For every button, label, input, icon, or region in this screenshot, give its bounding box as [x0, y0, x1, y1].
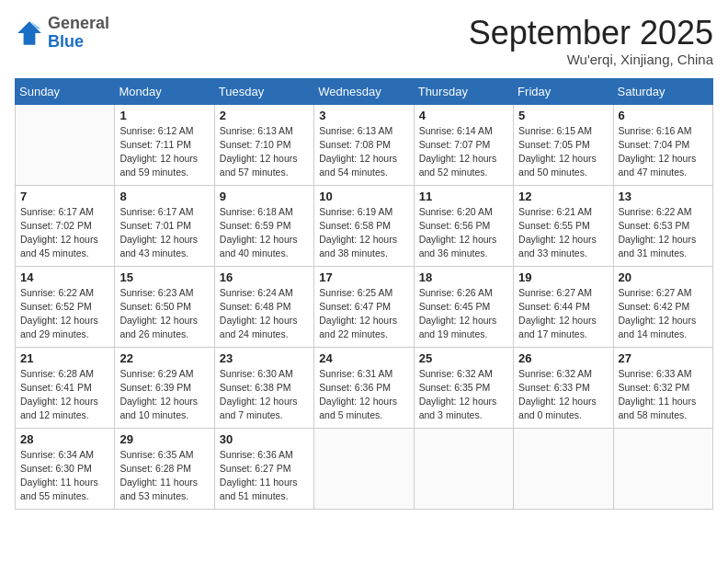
day-info: Sunrise: 6:21 AM Sunset: 6:55 PM Dayligh… [518, 205, 608, 261]
day-info: Sunrise: 6:36 AM Sunset: 6:27 PM Dayligh… [220, 448, 309, 504]
day-number: 9 [220, 190, 309, 203]
day-of-week-header: Wednesday [314, 78, 414, 104]
day-number: 18 [419, 270, 508, 284]
day-number: 21 [20, 351, 109, 365]
calendar-cell [16, 104, 115, 185]
day-number: 13 [619, 190, 708, 203]
day-number: 15 [119, 270, 209, 284]
calendar-cell: 22Sunrise: 6:29 AM Sunset: 6:39 PM Dayli… [115, 347, 214, 428]
day-number: 7 [20, 190, 109, 203]
day-info: Sunrise: 6:20 AM Sunset: 6:56 PM Dayligh… [419, 205, 508, 261]
calendar-cell: 8Sunrise: 6:17 AM Sunset: 7:01 PM Daylig… [115, 185, 214, 266]
calendar-week-row: 28Sunrise: 6:34 AM Sunset: 6:30 PM Dayli… [16, 428, 713, 509]
day-info: Sunrise: 6:27 AM Sunset: 6:44 PM Dayligh… [518, 286, 608, 342]
day-number: 8 [119, 190, 209, 203]
day-info: Sunrise: 6:22 AM Sunset: 6:52 PM Dayligh… [20, 286, 109, 342]
logo-blue: Blue [48, 32, 84, 51]
title-block: September 2025 Wu'erqi, Xinjiang, China [469, 15, 713, 67]
calendar-cell: 10Sunrise: 6:19 AM Sunset: 6:58 PM Dayli… [314, 185, 414, 266]
logo-icon [15, 18, 44, 48]
calendar-cell: 3Sunrise: 6:13 AM Sunset: 7:08 PM Daylig… [314, 104, 414, 185]
day-number: 10 [319, 190, 408, 203]
calendar-cell: 21Sunrise: 6:28 AM Sunset: 6:41 PM Dayli… [16, 347, 115, 428]
page-header: General Blue September 2025 Wu'erqi, Xin… [15, 15, 713, 67]
day-info: Sunrise: 6:14 AM Sunset: 7:07 PM Dayligh… [419, 124, 508, 180]
day-info: Sunrise: 6:23 AM Sunset: 6:50 PM Dayligh… [119, 286, 209, 342]
day-info: Sunrise: 6:25 AM Sunset: 6:47 PM Dayligh… [319, 286, 408, 342]
calendar-cell: 26Sunrise: 6:32 AM Sunset: 6:33 PM Dayli… [514, 347, 613, 428]
day-number: 5 [518, 109, 608, 122]
day-number: 6 [619, 109, 708, 122]
calendar-cell [314, 428, 414, 509]
calendar-cell: 20Sunrise: 6:27 AM Sunset: 6:42 PM Dayli… [613, 266, 712, 347]
day-number: 3 [319, 109, 408, 122]
day-of-week-header: Saturday [613, 78, 712, 104]
day-info: Sunrise: 6:34 AM Sunset: 6:30 PM Dayligh… [20, 448, 109, 504]
day-info: Sunrise: 6:16 AM Sunset: 7:04 PM Dayligh… [619, 124, 708, 180]
day-info: Sunrise: 6:17 AM Sunset: 7:01 PM Dayligh… [119, 205, 209, 261]
day-number: 17 [319, 270, 408, 284]
svg-marker-0 [17, 21, 41, 45]
calendar-week-row: 7Sunrise: 6:17 AM Sunset: 7:02 PM Daylig… [16, 185, 713, 266]
month-title: September 2025 [469, 15, 713, 52]
day-number: 24 [319, 351, 408, 365]
day-number: 14 [20, 270, 109, 284]
day-info: Sunrise: 6:35 AM Sunset: 6:28 PM Dayligh… [119, 448, 209, 504]
calendar-cell: 17Sunrise: 6:25 AM Sunset: 6:47 PM Dayli… [314, 266, 414, 347]
calendar-week-row: 14Sunrise: 6:22 AM Sunset: 6:52 PM Dayli… [16, 266, 713, 347]
day-info: Sunrise: 6:22 AM Sunset: 6:53 PM Dayligh… [619, 205, 708, 261]
day-of-week-header: Thursday [414, 78, 513, 104]
day-of-week-header: Tuesday [214, 78, 313, 104]
calendar-cell: 23Sunrise: 6:30 AM Sunset: 6:38 PM Dayli… [214, 347, 313, 428]
logo-text: General Blue [48, 15, 109, 52]
calendar-cell: 19Sunrise: 6:27 AM Sunset: 6:44 PM Dayli… [514, 266, 613, 347]
day-of-week-header: Friday [514, 78, 613, 104]
day-number: 12 [518, 190, 608, 203]
day-number: 23 [220, 351, 309, 365]
location: Wu'erqi, Xinjiang, China [469, 52, 713, 67]
day-number: 28 [20, 432, 109, 446]
day-info: Sunrise: 6:19 AM Sunset: 6:58 PM Dayligh… [319, 205, 408, 261]
day-of-week-header: Sunday [16, 78, 115, 104]
day-info: Sunrise: 6:24 AM Sunset: 6:48 PM Dayligh… [220, 286, 309, 342]
calendar-cell: 4Sunrise: 6:14 AM Sunset: 7:07 PM Daylig… [414, 104, 513, 185]
calendar-cell: 2Sunrise: 6:13 AM Sunset: 7:10 PM Daylig… [214, 104, 313, 185]
day-number: 25 [419, 351, 508, 365]
calendar-cell [514, 428, 613, 509]
calendar-cell: 24Sunrise: 6:31 AM Sunset: 6:36 PM Dayli… [314, 347, 414, 428]
calendar-cell: 1Sunrise: 6:12 AM Sunset: 7:11 PM Daylig… [115, 104, 214, 185]
day-info: Sunrise: 6:31 AM Sunset: 6:36 PM Dayligh… [319, 367, 408, 423]
day-number: 20 [619, 270, 708, 284]
calendar-week-row: 21Sunrise: 6:28 AM Sunset: 6:41 PM Dayli… [16, 347, 713, 428]
day-info: Sunrise: 6:32 AM Sunset: 6:35 PM Dayligh… [419, 367, 508, 423]
calendar-cell: 27Sunrise: 6:33 AM Sunset: 6:32 PM Dayli… [613, 347, 712, 428]
calendar-cell: 30Sunrise: 6:36 AM Sunset: 6:27 PM Dayli… [214, 428, 313, 509]
calendar-cell: 5Sunrise: 6:15 AM Sunset: 7:05 PM Daylig… [514, 104, 613, 185]
calendar-cell [414, 428, 513, 509]
day-number: 1 [119, 109, 209, 122]
calendar-week-row: 1Sunrise: 6:12 AM Sunset: 7:11 PM Daylig… [16, 104, 713, 185]
calendar-cell: 9Sunrise: 6:18 AM Sunset: 6:59 PM Daylig… [214, 185, 313, 266]
calendar-cell: 15Sunrise: 6:23 AM Sunset: 6:50 PM Dayli… [115, 266, 214, 347]
logo-general: General [48, 14, 109, 32]
day-info: Sunrise: 6:28 AM Sunset: 6:41 PM Dayligh… [20, 367, 109, 423]
day-number: 22 [119, 351, 209, 365]
day-info: Sunrise: 6:13 AM Sunset: 7:08 PM Dayligh… [319, 124, 408, 180]
day-info: Sunrise: 6:29 AM Sunset: 6:39 PM Dayligh… [119, 367, 209, 423]
calendar-cell [613, 428, 712, 509]
day-info: Sunrise: 6:18 AM Sunset: 6:59 PM Dayligh… [220, 205, 309, 261]
day-info: Sunrise: 6:17 AM Sunset: 7:02 PM Dayligh… [20, 205, 109, 261]
day-info: Sunrise: 6:15 AM Sunset: 7:05 PM Dayligh… [518, 124, 608, 180]
day-info: Sunrise: 6:13 AM Sunset: 7:10 PM Dayligh… [220, 124, 309, 180]
day-number: 27 [619, 351, 708, 365]
day-info: Sunrise: 6:30 AM Sunset: 6:38 PM Dayligh… [220, 367, 309, 423]
day-number: 16 [220, 270, 309, 284]
logo: General Blue [15, 15, 109, 52]
day-info: Sunrise: 6:12 AM Sunset: 7:11 PM Dayligh… [119, 124, 209, 180]
calendar-cell: 14Sunrise: 6:22 AM Sunset: 6:52 PM Dayli… [16, 266, 115, 347]
day-number: 29 [119, 432, 209, 446]
day-info: Sunrise: 6:32 AM Sunset: 6:33 PM Dayligh… [518, 367, 608, 423]
day-number: 11 [419, 190, 508, 203]
calendar-cell: 16Sunrise: 6:24 AM Sunset: 6:48 PM Dayli… [214, 266, 313, 347]
calendar-cell: 29Sunrise: 6:35 AM Sunset: 6:28 PM Dayli… [115, 428, 214, 509]
